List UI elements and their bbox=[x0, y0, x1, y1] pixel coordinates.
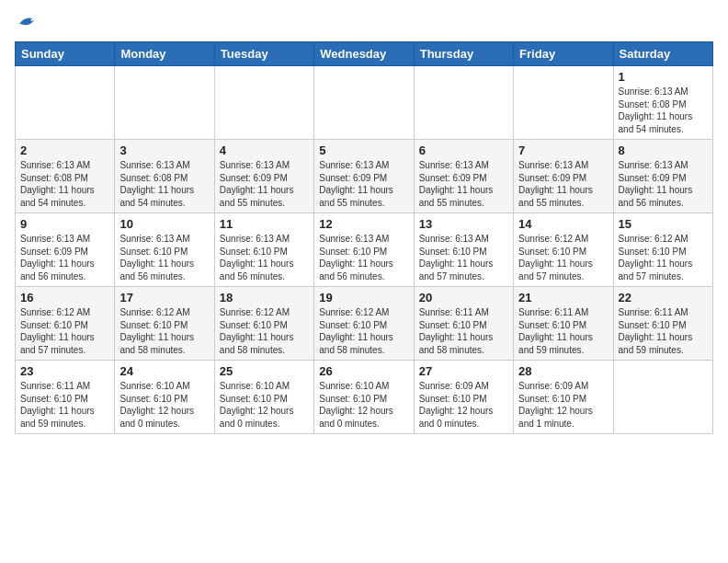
calendar-day-cell: 12Sunrise: 6:13 AM Sunset: 6:10 PM Dayli… bbox=[314, 213, 414, 287]
day-info: Sunrise: 6:12 AM Sunset: 6:10 PM Dayligh… bbox=[319, 306, 408, 356]
day-info: Sunrise: 6:11 AM Sunset: 6:10 PM Dayligh… bbox=[619, 306, 708, 356]
day-info: Sunrise: 6:11 AM Sunset: 6:10 PM Dayligh… bbox=[419, 306, 508, 356]
calendar-day-cell: 7Sunrise: 6:13 AM Sunset: 6:09 PM Daylig… bbox=[514, 140, 613, 213]
day-number: 10 bbox=[119, 217, 209, 231]
day-info: Sunrise: 6:13 AM Sunset: 6:09 PM Dayligh… bbox=[319, 159, 408, 209]
day-number: 17 bbox=[119, 291, 209, 304]
calendar-day-cell: 5Sunrise: 6:13 AM Sunset: 6:09 PM Daylig… bbox=[314, 140, 414, 213]
calendar-week-row: 9Sunrise: 6:13 AM Sunset: 6:09 PM Daylig… bbox=[16, 213, 713, 287]
calendar-day-cell: 28Sunrise: 6:09 AM Sunset: 6:10 PM Dayli… bbox=[514, 361, 613, 434]
day-number: 24 bbox=[119, 364, 209, 378]
day-info: Sunrise: 6:10 AM Sunset: 6:10 PM Dayligh… bbox=[119, 380, 209, 430]
calendar-day-cell: 13Sunrise: 6:13 AM Sunset: 6:10 PM Dayli… bbox=[414, 213, 513, 287]
calendar-header-row: SundayMondayTuesdayWednesdayThursdayFrid… bbox=[16, 42, 713, 66]
calendar-day-header: Monday bbox=[115, 42, 214, 66]
day-number: 16 bbox=[20, 291, 109, 304]
calendar-day-cell: 20Sunrise: 6:11 AM Sunset: 6:10 PM Dayli… bbox=[414, 287, 513, 361]
day-number: 2 bbox=[20, 144, 109, 157]
day-number: 4 bbox=[220, 144, 309, 157]
day-info: Sunrise: 6:09 AM Sunset: 6:10 PM Dayligh… bbox=[518, 380, 608, 430]
calendar-day-cell bbox=[613, 361, 712, 434]
day-info: Sunrise: 6:13 AM Sunset: 6:09 PM Dayligh… bbox=[518, 159, 608, 209]
calendar-day-cell: 23Sunrise: 6:11 AM Sunset: 6:10 PM Dayli… bbox=[16, 361, 115, 434]
day-info: Sunrise: 6:13 AM Sunset: 6:09 PM Dayligh… bbox=[20, 233, 109, 282]
day-info: Sunrise: 6:11 AM Sunset: 6:10 PM Dayligh… bbox=[20, 380, 109, 430]
day-number: 6 bbox=[419, 144, 508, 157]
calendar-day-cell: 25Sunrise: 6:10 AM Sunset: 6:10 PM Dayli… bbox=[214, 361, 313, 434]
day-number: 28 bbox=[518, 364, 608, 378]
day-number: 20 bbox=[419, 291, 508, 304]
day-number: 7 bbox=[518, 144, 608, 157]
day-info: Sunrise: 6:13 AM Sunset: 6:09 PM Dayligh… bbox=[619, 159, 708, 209]
calendar-day-cell bbox=[514, 66, 613, 140]
calendar-day-cell bbox=[115, 66, 214, 140]
calendar-day-header: Sunday bbox=[16, 42, 115, 66]
calendar-day-cell: 17Sunrise: 6:12 AM Sunset: 6:10 PM Dayli… bbox=[115, 287, 214, 361]
calendar-day-cell: 16Sunrise: 6:12 AM Sunset: 6:10 PM Dayli… bbox=[16, 287, 115, 361]
day-info: Sunrise: 6:13 AM Sunset: 6:10 PM Dayligh… bbox=[319, 233, 408, 282]
day-number: 25 bbox=[220, 364, 309, 378]
calendar-day-cell: 24Sunrise: 6:10 AM Sunset: 6:10 PM Dayli… bbox=[115, 361, 214, 434]
calendar-day-header: Saturday bbox=[613, 42, 712, 66]
day-number: 19 bbox=[319, 291, 408, 304]
day-number: 18 bbox=[220, 291, 309, 304]
day-number: 15 bbox=[619, 217, 708, 231]
day-info: Sunrise: 6:09 AM Sunset: 6:10 PM Dayligh… bbox=[419, 380, 508, 430]
calendar-week-row: 23Sunrise: 6:11 AM Sunset: 6:10 PM Dayli… bbox=[16, 361, 713, 434]
day-number: 13 bbox=[419, 217, 508, 231]
day-number: 14 bbox=[518, 217, 608, 231]
calendar-week-row: 1Sunrise: 6:13 AM Sunset: 6:08 PM Daylig… bbox=[16, 66, 713, 140]
day-info: Sunrise: 6:13 AM Sunset: 6:08 PM Dayligh… bbox=[20, 159, 109, 209]
calendar-day-cell: 21Sunrise: 6:11 AM Sunset: 6:10 PM Dayli… bbox=[514, 287, 613, 361]
day-info: Sunrise: 6:10 AM Sunset: 6:10 PM Dayligh… bbox=[220, 380, 309, 430]
day-number: 12 bbox=[319, 217, 408, 231]
calendar-day-header: Friday bbox=[514, 42, 613, 66]
day-number: 1 bbox=[619, 70, 708, 84]
day-info: Sunrise: 6:12 AM Sunset: 6:10 PM Dayligh… bbox=[119, 306, 209, 356]
day-number: 27 bbox=[419, 364, 508, 378]
day-info: Sunrise: 6:13 AM Sunset: 6:10 PM Dayligh… bbox=[419, 233, 508, 282]
calendar-week-row: 2Sunrise: 6:13 AM Sunset: 6:08 PM Daylig… bbox=[16, 140, 713, 213]
day-number: 9 bbox=[20, 217, 109, 231]
day-info: Sunrise: 6:13 AM Sunset: 6:08 PM Dayligh… bbox=[119, 159, 209, 209]
logo-bird-icon bbox=[17, 15, 38, 34]
day-info: Sunrise: 6:13 AM Sunset: 6:08 PM Dayligh… bbox=[619, 86, 708, 135]
calendar-day-cell: 19Sunrise: 6:12 AM Sunset: 6:10 PM Dayli… bbox=[314, 287, 414, 361]
day-number: 8 bbox=[619, 144, 708, 157]
logo bbox=[15, 15, 38, 34]
day-info: Sunrise: 6:12 AM Sunset: 6:10 PM Dayligh… bbox=[518, 233, 608, 282]
calendar-day-cell: 26Sunrise: 6:10 AM Sunset: 6:10 PM Dayli… bbox=[314, 361, 414, 434]
calendar-day-cell: 27Sunrise: 6:09 AM Sunset: 6:10 PM Dayli… bbox=[414, 361, 513, 434]
calendar-day-cell: 18Sunrise: 6:12 AM Sunset: 6:10 PM Dayli… bbox=[214, 287, 313, 361]
day-number: 3 bbox=[119, 144, 209, 157]
calendar-day-cell: 3Sunrise: 6:13 AM Sunset: 6:08 PM Daylig… bbox=[115, 140, 214, 213]
day-number: 23 bbox=[20, 364, 109, 378]
calendar-day-header: Thursday bbox=[414, 42, 513, 66]
calendar-day-header: Wednesday bbox=[314, 42, 414, 66]
day-number: 5 bbox=[319, 144, 408, 157]
calendar-day-cell: 10Sunrise: 6:13 AM Sunset: 6:10 PM Dayli… bbox=[115, 213, 214, 287]
calendar-day-cell bbox=[314, 66, 414, 140]
day-info: Sunrise: 6:12 AM Sunset: 6:10 PM Dayligh… bbox=[619, 233, 708, 282]
calendar-day-cell: 6Sunrise: 6:13 AM Sunset: 6:09 PM Daylig… bbox=[414, 140, 513, 213]
calendar-day-header: Tuesday bbox=[214, 42, 313, 66]
calendar-day-cell: 14Sunrise: 6:12 AM Sunset: 6:10 PM Dayli… bbox=[514, 213, 613, 287]
day-info: Sunrise: 6:12 AM Sunset: 6:10 PM Dayligh… bbox=[220, 306, 309, 356]
calendar-day-cell: 9Sunrise: 6:13 AM Sunset: 6:09 PM Daylig… bbox=[16, 213, 115, 287]
day-info: Sunrise: 6:13 AM Sunset: 6:09 PM Dayligh… bbox=[220, 159, 309, 209]
day-info: Sunrise: 6:13 AM Sunset: 6:10 PM Dayligh… bbox=[220, 233, 309, 282]
calendar-day-cell: 15Sunrise: 6:12 AM Sunset: 6:10 PM Dayli… bbox=[613, 213, 712, 287]
calendar-day-cell: 2Sunrise: 6:13 AM Sunset: 6:08 PM Daylig… bbox=[16, 140, 115, 213]
calendar-day-cell bbox=[214, 66, 313, 140]
day-info: Sunrise: 6:12 AM Sunset: 6:10 PM Dayligh… bbox=[20, 306, 109, 356]
day-number: 22 bbox=[619, 291, 708, 304]
calendar-day-cell bbox=[414, 66, 513, 140]
calendar-day-cell: 11Sunrise: 6:13 AM Sunset: 6:10 PM Dayli… bbox=[214, 213, 313, 287]
day-info: Sunrise: 6:13 AM Sunset: 6:09 PM Dayligh… bbox=[419, 159, 508, 209]
day-number: 26 bbox=[319, 364, 408, 378]
day-info: Sunrise: 6:11 AM Sunset: 6:10 PM Dayligh… bbox=[518, 306, 608, 356]
calendar-day-cell: 4Sunrise: 6:13 AM Sunset: 6:09 PM Daylig… bbox=[214, 140, 313, 213]
day-info: Sunrise: 6:10 AM Sunset: 6:10 PM Dayligh… bbox=[319, 380, 408, 430]
calendar-day-cell: 1Sunrise: 6:13 AM Sunset: 6:08 PM Daylig… bbox=[613, 66, 712, 140]
calendar-week-row: 16Sunrise: 6:12 AM Sunset: 6:10 PM Dayli… bbox=[16, 287, 713, 361]
